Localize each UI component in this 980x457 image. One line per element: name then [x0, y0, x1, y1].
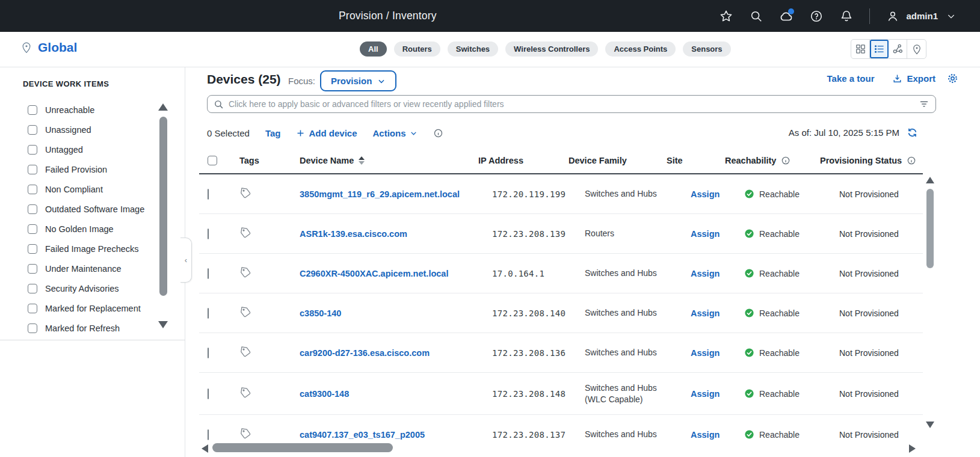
sort-icon[interactable]: [359, 156, 365, 165]
filter-search-input[interactable]: [229, 99, 919, 109]
work-item-checkbox[interactable]: [28, 185, 37, 194]
table-vertical-scrollbar[interactable]: [925, 174, 935, 439]
device-name-link[interactable]: c3850-140: [300, 308, 341, 318]
take-a-tour-link[interactable]: Take a tour: [827, 73, 875, 84]
column-header-device-name[interactable]: Device Name: [291, 156, 469, 165]
filter-search-bar[interactable]: [207, 95, 936, 113]
tag-icon[interactable]: [239, 305, 253, 319]
notifications-bell-icon[interactable]: [839, 9, 854, 23]
device-type-chip[interactable]: Access Points: [605, 41, 676, 57]
cloud-status-icon[interactable]: [779, 9, 794, 23]
table-horizontal-scrollbar[interactable]: [199, 443, 923, 454]
column-header-ip[interactable]: IP Address: [469, 156, 566, 165]
work-item-row[interactable]: Under Maintenance: [28, 259, 144, 278]
info-icon[interactable]: [781, 156, 790, 165]
column-header-family[interactable]: Device Family: [566, 156, 664, 165]
work-item-row[interactable]: Untagged: [28, 140, 144, 159]
refresh-icon[interactable]: [907, 127, 918, 138]
dashboard-view-button[interactable]: [851, 40, 870, 58]
work-item-row[interactable]: Marked for Refresh: [28, 318, 144, 338]
assign-site-link[interactable]: Assign: [691, 308, 720, 318]
work-item-checkbox[interactable]: [28, 324, 37, 333]
work-item-checkbox[interactable]: [28, 224, 37, 234]
sidebar-scroll-down-arrow[interactable]: [158, 321, 168, 328]
column-header-tags[interactable]: Tags: [232, 156, 291, 165]
user-menu[interactable]: admin1: [886, 9, 958, 23]
tag-icon[interactable]: [239, 427, 253, 441]
row-checkbox[interactable]: [208, 429, 209, 440]
scroll-down-arrow[interactable]: [926, 422, 934, 428]
search-icon[interactable]: [749, 9, 763, 23]
tag-button[interactable]: Tag: [265, 128, 281, 138]
row-checkbox[interactable]: [208, 189, 209, 200]
work-item-row[interactable]: No Golden Image: [28, 219, 144, 239]
work-item-checkbox[interactable]: [28, 204, 37, 214]
assign-site-link[interactable]: Assign: [691, 389, 720, 399]
scroll-left-arrow[interactable]: [202, 444, 208, 453]
actions-info-icon[interactable]: [433, 128, 443, 138]
work-item-row[interactable]: Outdated Software Image: [28, 199, 144, 219]
device-type-chip[interactable]: Routers: [394, 41, 440, 57]
row-checkbox[interactable]: [208, 388, 209, 399]
device-type-chip[interactable]: Sensors: [683, 41, 730, 57]
focus-dropdown[interactable]: Provision: [320, 70, 396, 91]
tag-icon[interactable]: [239, 186, 253, 200]
device-name-link[interactable]: cat9300-148: [300, 389, 349, 399]
device-name-link[interactable]: cat9407.137_e03_ts167_p2005: [300, 430, 425, 440]
work-item-row[interactable]: Unreachable: [28, 100, 144, 120]
table-settings-gear-icon[interactable]: [946, 72, 959, 87]
actions-dropdown[interactable]: Actions: [372, 128, 417, 138]
column-header-provisioning[interactable]: Provisioning Status: [817, 156, 923, 165]
tag-icon[interactable]: [239, 386, 253, 400]
device-name-link[interactable]: 3850mgmt_119_r6_29.apicem.net.local: [300, 189, 460, 199]
sidebar-scrollbar-thumb[interactable]: [159, 117, 167, 296]
work-item-checkbox[interactable]: [28, 165, 37, 174]
map-view-button[interactable]: [907, 40, 926, 58]
select-all-checkbox[interactable]: [208, 156, 217, 165]
work-item-checkbox[interactable]: [28, 145, 37, 155]
work-item-checkbox[interactable]: [28, 244, 37, 254]
work-item-checkbox[interactable]: [28, 304, 37, 313]
vertical-scrollbar-thumb[interactable]: [926, 189, 934, 268]
list-view-button[interactable]: [870, 40, 889, 58]
favorites-star-icon[interactable]: [719, 9, 733, 23]
work-item-row[interactable]: Security Advisories: [28, 278, 144, 298]
work-item-row[interactable]: Non Compliant: [28, 179, 144, 199]
work-item-row[interactable]: Failed Image Prechecks: [28, 239, 144, 259]
sidebar-scroll-up-arrow[interactable]: [158, 103, 168, 111]
assign-site-link[interactable]: Assign: [691, 189, 720, 199]
device-type-chip[interactable]: Switches: [448, 41, 498, 57]
device-name-link[interactable]: C2960XR-4500XAC.apicem.net.local: [300, 269, 448, 278]
tag-icon[interactable]: [239, 345, 253, 359]
scroll-up-arrow[interactable]: [926, 177, 934, 183]
device-type-chip[interactable]: Wireless Controllers: [505, 41, 598, 57]
column-header-reachability[interactable]: Reachability: [722, 156, 817, 165]
device-name-link[interactable]: car9200-d27-136.esa.cisco.com: [300, 348, 430, 358]
assign-site-link[interactable]: Assign: [691, 269, 720, 278]
add-device-button[interactable]: Add device: [296, 128, 357, 138]
work-item-checkbox[interactable]: [28, 125, 37, 135]
horizontal-scrollbar-thumb[interactable]: [212, 443, 393, 452]
work-item-checkbox[interactable]: [28, 284, 37, 293]
device-name-link[interactable]: ASR1k-139.esa.cisco.com: [300, 229, 407, 239]
tag-icon[interactable]: [239, 266, 253, 280]
work-item-row[interactable]: Failed Provision: [28, 159, 144, 179]
row-checkbox[interactable]: [208, 268, 209, 279]
device-type-chip[interactable]: All: [360, 41, 387, 57]
info-icon[interactable]: [907, 156, 916, 165]
column-header-site[interactable]: Site: [664, 156, 722, 165]
work-item-checkbox[interactable]: [28, 264, 37, 274]
topology-view-button[interactable]: [889, 40, 907, 58]
row-checkbox[interactable]: [208, 308, 209, 319]
row-checkbox[interactable]: [208, 348, 209, 358]
site-selector[interactable]: Global: [20, 40, 77, 55]
work-item-checkbox[interactable]: [28, 105, 37, 115]
assign-site-link[interactable]: Assign: [691, 229, 720, 239]
row-checkbox[interactable]: [208, 228, 209, 239]
work-item-row[interactable]: Unassigned: [28, 120, 144, 140]
tag-icon[interactable]: [239, 226, 253, 240]
help-icon[interactable]: [809, 9, 824, 23]
assign-site-link[interactable]: Assign: [691, 430, 720, 440]
filter-icon[interactable]: [919, 99, 929, 109]
export-button[interactable]: Export: [892, 73, 935, 84]
